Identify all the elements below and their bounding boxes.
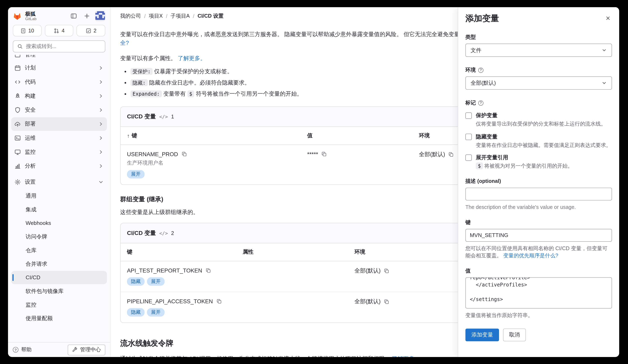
- masked-badge: 隐藏: [127, 277, 145, 286]
- chevron-down-icon: [98, 179, 104, 185]
- cancel-button[interactable]: 取消: [503, 328, 526, 341]
- copy-icon[interactable]: [181, 151, 187, 157]
- chevron-down-icon: [602, 80, 607, 86]
- breadcrumb-item[interactable]: 子项目A: [171, 12, 190, 19]
- copy-icon[interactable]: [216, 299, 222, 304]
- sidebar-subitem-webhooks[interactable]: Webhooks: [11, 216, 107, 230]
- copy-icon[interactable]: [384, 299, 389, 304]
- sidebar-item-deploy[interactable]: 部署: [11, 117, 107, 131]
- chart-icon: [14, 163, 21, 169]
- sidebar-item-plan[interactable]: 计划: [11, 61, 107, 75]
- todos-count-pill[interactable]: 2: [77, 25, 105, 37]
- sidebar-item-build[interactable]: 构建: [11, 89, 107, 103]
- learn-more-link[interactable]: 了解更多。: [392, 355, 420, 357]
- value-textarea[interactable]: repo</activeProfile> </activeProfiles> <…: [465, 277, 612, 308]
- screenshot-root: 极狐 GitLab 10 4 2: [0, 0, 628, 364]
- sidebar-item-operate[interactable]: 运维: [11, 131, 107, 145]
- variables-count: 1: [171, 114, 174, 120]
- sidebar-subitem-repository[interactable]: 仓库: [11, 244, 107, 257]
- sidebar-subitem-integrations[interactable]: 集成: [11, 203, 107, 216]
- description-input[interactable]: [465, 187, 612, 200]
- breadcrumb-separator: /: [193, 13, 194, 19]
- chevron-right-icon: [98, 65, 104, 71]
- protect-variable-checkbox[interactable]: [465, 113, 472, 119]
- safe-variables-link[interactable]: 全?: [120, 40, 129, 46]
- flags-label: 标记 ?: [465, 99, 612, 107]
- card-title: CI/CD 变量: [127, 113, 156, 121]
- type-select[interactable]: 文件: [465, 44, 612, 57]
- search-placeholder: 搜索或转到...: [26, 43, 57, 50]
- sidebar-subitem-usage-quotas[interactable]: 使用量配额: [11, 312, 107, 325]
- key-help: 您可以在不同位置使用具有相同名称的 CI/CD 变量，但变量可能会相互覆盖。 变…: [465, 245, 612, 259]
- sidebar-item-code[interactable]: 代码: [11, 75, 107, 89]
- copy-icon[interactable]: [448, 152, 454, 157]
- sidebar-counters: 10 4 2: [8, 23, 110, 36]
- new-menu-plus-icon[interactable]: [82, 11, 92, 21]
- column-key[interactable]: ↑ 键: [121, 127, 301, 144]
- issues-count-pill[interactable]: 10: [13, 25, 41, 37]
- sidebar-subitem-monitor[interactable]: 监控: [11, 298, 107, 311]
- drawer-title: 添加变量: [465, 13, 612, 24]
- value-help: 变量值将被当作原始字符串。: [465, 311, 612, 319]
- merge-requests-count-pill[interactable]: 4: [45, 25, 74, 37]
- todos-count: 2: [94, 28, 96, 34]
- variable-value: *****: [307, 151, 318, 157]
- environment-select[interactable]: 全部(默认): [465, 76, 612, 89]
- key-input[interactable]: [465, 229, 612, 242]
- help-icon: ?: [13, 347, 18, 353]
- sidebar-item-monitor[interactable]: 监控: [11, 145, 107, 159]
- sidebar-item-analyze[interactable]: 分析: [11, 159, 107, 173]
- expand-variable-option: 展开变量引用 $ 将被视为对另一个变量的引用的开始。: [465, 154, 612, 170]
- variable-precedence-link[interactable]: 变量的优先顺序是什么?: [503, 252, 558, 258]
- chevron-right-icon: [98, 149, 104, 155]
- admin-center-button[interactable]: 管理中心: [68, 344, 105, 355]
- key-cell: PIPELINE_API_ACCESS_TOKEN 隐藏 展开: [121, 292, 236, 323]
- breadcrumb-separator: /: [144, 13, 146, 19]
- breadcrumb-item[interactable]: 我的公司: [120, 12, 141, 19]
- question-icon[interactable]: ?: [478, 67, 483, 73]
- variable-key: PIPELINE_API_ACCESS_TOKEN: [127, 298, 213, 304]
- learn-more-link[interactable]: 了解更多。: [178, 55, 206, 61]
- wrench-icon: [72, 347, 78, 353]
- copy-icon[interactable]: [205, 268, 211, 273]
- variables-count: 2: [171, 230, 174, 236]
- sidebar-subitem-packages-registries[interactable]: 软件包与镜像库: [11, 285, 107, 298]
- chevron-right-icon: [98, 121, 104, 127]
- key-cell: USERNAME_PROD 生产环境用户名 展开: [121, 145, 301, 184]
- copy-icon[interactable]: [321, 151, 327, 157]
- briefcase-icon: [14, 55, 21, 58]
- sidebar-subitem-cicd[interactable]: CI/CD: [11, 271, 107, 284]
- expand-variable-checkbox[interactable]: [465, 155, 472, 161]
- project-avatar[interactable]: [95, 11, 105, 21]
- sidebar-item-manage[interactable]: 管理: [11, 55, 107, 61]
- code-icon: </>: [159, 114, 168, 120]
- column-key: 键: [121, 243, 236, 261]
- column-value: 值: [301, 127, 413, 144]
- gear-icon: [14, 179, 21, 185]
- chevron-right-icon: [98, 135, 104, 141]
- column-attributes: 属性: [236, 243, 348, 261]
- sidebar-subitem-general[interactable]: 通用: [11, 189, 107, 202]
- sidebar-subitem-merge-requests[interactable]: 合并请求: [11, 257, 107, 270]
- sidebar: 极狐 GitLab 10 4 2: [8, 7, 110, 357]
- type-select-value: 文件: [471, 47, 481, 54]
- add-variable-button[interactable]: 添加变量: [465, 328, 499, 341]
- sidebar-subitem-access-tokens[interactable]: 访问令牌: [11, 230, 107, 243]
- sidebar-item-secure[interactable]: 安全: [11, 103, 107, 117]
- sort-asc-icon: ↑: [127, 133, 130, 139]
- protect-variable-option: 保护变量 仅将变量导出到在受保护的分支和标签上运行的流水线。: [465, 112, 612, 127]
- question-icon[interactable]: ?: [478, 100, 483, 106]
- sidebar-item-settings[interactable]: 设置: [11, 175, 107, 189]
- gitlab-logo-icon[interactable]: [12, 11, 23, 21]
- help-button[interactable]: ? 帮助: [13, 346, 32, 353]
- variable-key: USERNAME_PROD: [127, 151, 178, 157]
- collapse-sidebar-icon[interactable]: [68, 11, 79, 21]
- breadcrumb-item[interactable]: 项目X: [149, 12, 163, 19]
- close-icon[interactable]: ×: [603, 13, 613, 23]
- search-icon: [17, 44, 23, 49]
- copy-icon[interactable]: [384, 268, 389, 274]
- value-cell: *****: [301, 145, 413, 184]
- search-input[interactable]: 搜索或转到...: [13, 40, 105, 53]
- drawer-actions: 添加变量 取消: [465, 328, 612, 341]
- mask-variable-checkbox[interactable]: [465, 133, 472, 140]
